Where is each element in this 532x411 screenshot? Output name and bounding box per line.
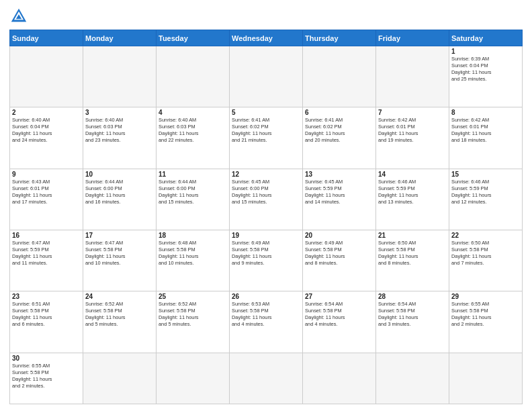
calendar-table: SundayMondayTuesdayWednesdayThursdayFrid… <box>9 30 523 404</box>
day-info: Sunrise: 6:40 AM Sunset: 6:04 PM Dayligh… <box>12 117 81 144</box>
calendar-cell: 14Sunrise: 6:46 AM Sunset: 5:59 PM Dayli… <box>376 169 449 230</box>
calendar-cell: 18Sunrise: 6:48 AM Sunset: 5:58 PM Dayli… <box>157 230 230 291</box>
day-number: 16 <box>12 232 81 239</box>
day-number: 22 <box>451 232 520 239</box>
day-number: 18 <box>159 232 227 239</box>
day-info: Sunrise: 6:46 AM Sunset: 5:59 PM Dayligh… <box>378 179 447 205</box>
calendar-cell: 23Sunrise: 6:51 AM Sunset: 5:58 PM Dayli… <box>10 291 83 353</box>
day-number: 27 <box>305 293 373 300</box>
calendar-cell <box>157 353 230 404</box>
day-info: Sunrise: 6:40 AM Sunset: 6:03 PM Dayligh… <box>159 117 227 144</box>
weekday-header-thursday: Thursday <box>303 30 376 46</box>
calendar-cell: 11Sunrise: 6:44 AM Sunset: 6:00 PM Dayli… <box>157 169 230 230</box>
week-row-6: 30Sunrise: 6:55 AM Sunset: 5:58 PM Dayli… <box>10 353 523 404</box>
header <box>9 7 523 26</box>
weekday-header-sunday: Sunday <box>10 30 83 46</box>
day-info: Sunrise: 6:43 AM Sunset: 6:01 PM Dayligh… <box>12 179 81 205</box>
day-number: 10 <box>85 171 154 178</box>
page: SundayMondayTuesdayWednesdayThursdayFrid… <box>0 0 532 411</box>
calendar-cell: 13Sunrise: 6:45 AM Sunset: 5:59 PM Dayli… <box>303 169 376 230</box>
day-number: 14 <box>378 171 447 178</box>
calendar-cell: 6Sunrise: 6:41 AM Sunset: 6:02 PM Daylig… <box>303 107 376 169</box>
calendar-cell: 24Sunrise: 6:52 AM Sunset: 5:58 PM Dayli… <box>83 291 157 353</box>
day-info: Sunrise: 6:39 AM Sunset: 6:04 PM Dayligh… <box>451 56 520 83</box>
weekday-header-wednesday: Wednesday <box>230 30 303 46</box>
day-number: 6 <box>305 109 373 116</box>
day-number: 21 <box>378 232 447 239</box>
day-number: 25 <box>159 293 227 300</box>
calendar-cell <box>83 353 157 404</box>
calendar-cell: 10Sunrise: 6:44 AM Sunset: 6:00 PM Dayli… <box>83 169 157 230</box>
calendar-cell: 8Sunrise: 6:42 AM Sunset: 6:01 PM Daylig… <box>449 107 523 169</box>
day-number: 2 <box>12 109 81 116</box>
calendar-cell: 26Sunrise: 6:53 AM Sunset: 5:58 PM Dayli… <box>230 291 303 353</box>
calendar-cell <box>83 46 157 107</box>
day-number: 24 <box>85 293 154 300</box>
week-row-5: 23Sunrise: 6:51 AM Sunset: 5:58 PM Dayli… <box>10 291 523 353</box>
day-number: 7 <box>378 109 447 116</box>
week-row-4: 16Sunrise: 6:47 AM Sunset: 5:59 PM Dayli… <box>10 230 523 291</box>
calendar-cell: 1Sunrise: 6:39 AM Sunset: 6:04 PM Daylig… <box>449 46 523 107</box>
day-number: 3 <box>85 109 154 116</box>
day-info: Sunrise: 6:54 AM Sunset: 5:58 PM Dayligh… <box>305 301 373 328</box>
week-row-3: 9Sunrise: 6:43 AM Sunset: 6:01 PM Daylig… <box>10 169 523 230</box>
day-number: 20 <box>305 232 373 239</box>
day-number: 5 <box>232 109 300 116</box>
calendar-cell: 22Sunrise: 6:50 AM Sunset: 5:58 PM Dayli… <box>449 230 523 291</box>
calendar-cell <box>157 46 230 107</box>
day-info: Sunrise: 6:48 AM Sunset: 5:58 PM Dayligh… <box>159 240 227 267</box>
day-info: Sunrise: 6:55 AM Sunset: 5:58 PM Dayligh… <box>451 301 520 328</box>
day-info: Sunrise: 6:42 AM Sunset: 6:01 PM Dayligh… <box>451 117 520 144</box>
day-info: Sunrise: 6:50 AM Sunset: 5:58 PM Dayligh… <box>378 240 447 267</box>
weekday-header-saturday: Saturday <box>449 30 523 46</box>
calendar-cell: 29Sunrise: 6:55 AM Sunset: 5:58 PM Dayli… <box>449 291 523 353</box>
calendar-cell: 3Sunrise: 6:40 AM Sunset: 6:03 PM Daylig… <box>83 107 157 169</box>
weekday-header-monday: Monday <box>83 30 157 46</box>
day-info: Sunrise: 6:50 AM Sunset: 5:58 PM Dayligh… <box>451 240 520 267</box>
day-info: Sunrise: 6:46 AM Sunset: 5:59 PM Dayligh… <box>451 179 520 205</box>
day-number: 13 <box>305 171 373 178</box>
day-info: Sunrise: 6:47 AM Sunset: 5:59 PM Dayligh… <box>12 240 81 267</box>
calendar-cell: 4Sunrise: 6:40 AM Sunset: 6:03 PM Daylig… <box>157 107 230 169</box>
day-number: 30 <box>12 355 81 362</box>
day-info: Sunrise: 6:52 AM Sunset: 5:58 PM Dayligh… <box>85 301 154 328</box>
day-info: Sunrise: 6:41 AM Sunset: 6:02 PM Dayligh… <box>232 117 300 144</box>
calendar-cell <box>10 46 83 107</box>
day-info: Sunrise: 6:44 AM Sunset: 6:00 PM Dayligh… <box>85 179 154 205</box>
day-number: 11 <box>159 171 227 178</box>
calendar-cell: 15Sunrise: 6:46 AM Sunset: 5:59 PM Dayli… <box>449 169 523 230</box>
day-info: Sunrise: 6:49 AM Sunset: 5:58 PM Dayligh… <box>305 240 373 267</box>
day-number: 17 <box>85 232 154 239</box>
calendar-cell <box>303 353 376 404</box>
weekday-header-row: SundayMondayTuesdayWednesdayThursdayFrid… <box>10 30 523 46</box>
calendar-cell: 5Sunrise: 6:41 AM Sunset: 6:02 PM Daylig… <box>230 107 303 169</box>
day-number: 23 <box>12 293 81 300</box>
day-number: 12 <box>232 171 300 178</box>
calendar-cell <box>376 46 449 107</box>
day-info: Sunrise: 6:55 AM Sunset: 5:58 PM Dayligh… <box>12 363 81 390</box>
calendar-cell: 9Sunrise: 6:43 AM Sunset: 6:01 PM Daylig… <box>10 169 83 230</box>
calendar-cell: 21Sunrise: 6:50 AM Sunset: 5:58 PM Dayli… <box>376 230 449 291</box>
week-row-2: 2Sunrise: 6:40 AM Sunset: 6:04 PM Daylig… <box>10 107 523 169</box>
calendar-cell <box>449 353 523 404</box>
calendar-cell: 17Sunrise: 6:47 AM Sunset: 5:58 PM Dayli… <box>83 230 157 291</box>
day-info: Sunrise: 6:52 AM Sunset: 5:58 PM Dayligh… <box>159 301 227 328</box>
weekday-header-tuesday: Tuesday <box>157 30 230 46</box>
day-info: Sunrise: 6:44 AM Sunset: 6:00 PM Dayligh… <box>159 179 227 205</box>
calendar-cell: 28Sunrise: 6:54 AM Sunset: 5:58 PM Dayli… <box>376 291 449 353</box>
calendar-cell <box>376 353 449 404</box>
day-info: Sunrise: 6:49 AM Sunset: 5:58 PM Dayligh… <box>232 240 300 267</box>
calendar-cell <box>303 46 376 107</box>
day-info: Sunrise: 6:47 AM Sunset: 5:58 PM Dayligh… <box>85 240 154 267</box>
day-info: Sunrise: 6:45 AM Sunset: 6:00 PM Dayligh… <box>232 179 300 205</box>
day-number: 26 <box>232 293 300 300</box>
logo-icon <box>9 7 28 26</box>
calendar-cell: 7Sunrise: 6:42 AM Sunset: 6:01 PM Daylig… <box>376 107 449 169</box>
logo <box>9 7 31 26</box>
weekday-header-friday: Friday <box>376 30 449 46</box>
calendar-cell: 30Sunrise: 6:55 AM Sunset: 5:58 PM Dayli… <box>10 353 83 404</box>
calendar-cell: 20Sunrise: 6:49 AM Sunset: 5:58 PM Dayli… <box>303 230 376 291</box>
calendar-cell <box>230 46 303 107</box>
day-number: 1 <box>451 48 520 55</box>
calendar-cell <box>230 353 303 404</box>
